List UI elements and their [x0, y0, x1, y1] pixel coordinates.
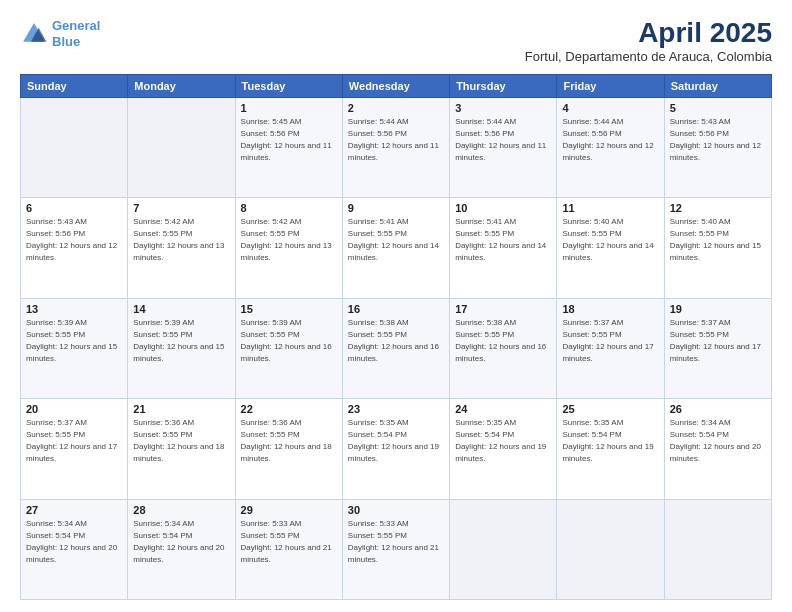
day-number: 29	[241, 504, 337, 516]
header-friday: Friday	[557, 74, 664, 97]
logo-icon	[20, 20, 48, 48]
day-number: 2	[348, 102, 444, 114]
table-row: 20Sunrise: 5:37 AMSunset: 5:55 PMDayligh…	[21, 399, 128, 499]
header-thursday: Thursday	[450, 74, 557, 97]
day-number: 5	[670, 102, 766, 114]
table-row	[450, 499, 557, 599]
day-number: 18	[562, 303, 658, 315]
calendar-body: 1Sunrise: 5:45 AMSunset: 5:56 PMDaylight…	[21, 97, 772, 599]
day-info: Sunrise: 5:39 AMSunset: 5:55 PMDaylight:…	[241, 317, 337, 365]
day-info: Sunrise: 5:34 AMSunset: 5:54 PMDaylight:…	[670, 417, 766, 465]
day-info: Sunrise: 5:34 AMSunset: 5:54 PMDaylight:…	[133, 518, 229, 566]
table-row: 2Sunrise: 5:44 AMSunset: 5:56 PMDaylight…	[342, 97, 449, 197]
day-info: Sunrise: 5:36 AMSunset: 5:55 PMDaylight:…	[133, 417, 229, 465]
day-info: Sunrise: 5:43 AMSunset: 5:56 PMDaylight:…	[26, 216, 122, 264]
day-number: 20	[26, 403, 122, 415]
table-row: 29Sunrise: 5:33 AMSunset: 5:55 PMDayligh…	[235, 499, 342, 599]
header-tuesday: Tuesday	[235, 74, 342, 97]
day-number: 30	[348, 504, 444, 516]
page: General Blue April 2025 Fortul, Departam…	[0, 0, 792, 612]
table-row: 14Sunrise: 5:39 AMSunset: 5:55 PMDayligh…	[128, 298, 235, 398]
day-number: 17	[455, 303, 551, 315]
day-info: Sunrise: 5:40 AMSunset: 5:55 PMDaylight:…	[562, 216, 658, 264]
table-row: 7Sunrise: 5:42 AMSunset: 5:55 PMDaylight…	[128, 198, 235, 298]
table-row: 9Sunrise: 5:41 AMSunset: 5:55 PMDaylight…	[342, 198, 449, 298]
day-number: 12	[670, 202, 766, 214]
day-info: Sunrise: 5:36 AMSunset: 5:55 PMDaylight:…	[241, 417, 337, 465]
title-block: April 2025 Fortul, Departamento de Arauc…	[525, 18, 772, 64]
table-row: 6Sunrise: 5:43 AMSunset: 5:56 PMDaylight…	[21, 198, 128, 298]
table-row	[21, 97, 128, 197]
table-row: 1Sunrise: 5:45 AMSunset: 5:56 PMDaylight…	[235, 97, 342, 197]
day-number: 4	[562, 102, 658, 114]
day-info: Sunrise: 5:41 AMSunset: 5:55 PMDaylight:…	[455, 216, 551, 264]
day-number: 8	[241, 202, 337, 214]
day-number: 9	[348, 202, 444, 214]
table-row: 13Sunrise: 5:39 AMSunset: 5:55 PMDayligh…	[21, 298, 128, 398]
logo: General Blue	[20, 18, 100, 49]
day-number: 25	[562, 403, 658, 415]
day-number: 19	[670, 303, 766, 315]
day-number: 15	[241, 303, 337, 315]
day-info: Sunrise: 5:35 AMSunset: 5:54 PMDaylight:…	[562, 417, 658, 465]
logo-text: General Blue	[52, 18, 100, 49]
table-row: 10Sunrise: 5:41 AMSunset: 5:55 PMDayligh…	[450, 198, 557, 298]
day-info: Sunrise: 5:44 AMSunset: 5:56 PMDaylight:…	[562, 116, 658, 164]
table-row: 5Sunrise: 5:43 AMSunset: 5:56 PMDaylight…	[664, 97, 771, 197]
day-info: Sunrise: 5:33 AMSunset: 5:55 PMDaylight:…	[348, 518, 444, 566]
month-title: April 2025	[525, 18, 772, 49]
day-number: 24	[455, 403, 551, 415]
table-row: 3Sunrise: 5:44 AMSunset: 5:56 PMDaylight…	[450, 97, 557, 197]
table-row: 27Sunrise: 5:34 AMSunset: 5:54 PMDayligh…	[21, 499, 128, 599]
logo-line2: Blue	[52, 34, 80, 49]
calendar-header: Sunday Monday Tuesday Wednesday Thursday…	[21, 74, 772, 97]
table-row: 25Sunrise: 5:35 AMSunset: 5:54 PMDayligh…	[557, 399, 664, 499]
day-number: 6	[26, 202, 122, 214]
day-info: Sunrise: 5:42 AMSunset: 5:55 PMDaylight:…	[133, 216, 229, 264]
header: General Blue April 2025 Fortul, Departam…	[20, 18, 772, 64]
day-info: Sunrise: 5:37 AMSunset: 5:55 PMDaylight:…	[670, 317, 766, 365]
day-info: Sunrise: 5:35 AMSunset: 5:54 PMDaylight:…	[348, 417, 444, 465]
table-row: 16Sunrise: 5:38 AMSunset: 5:55 PMDayligh…	[342, 298, 449, 398]
table-row: 23Sunrise: 5:35 AMSunset: 5:54 PMDayligh…	[342, 399, 449, 499]
table-row	[128, 97, 235, 197]
logo-line1: General	[52, 18, 100, 33]
day-info: Sunrise: 5:43 AMSunset: 5:56 PMDaylight:…	[670, 116, 766, 164]
day-number: 3	[455, 102, 551, 114]
header-sunday: Sunday	[21, 74, 128, 97]
subtitle: Fortul, Departamento de Arauca, Colombia	[525, 49, 772, 64]
header-saturday: Saturday	[664, 74, 771, 97]
table-row: 8Sunrise: 5:42 AMSunset: 5:55 PMDaylight…	[235, 198, 342, 298]
day-info: Sunrise: 5:39 AMSunset: 5:55 PMDaylight:…	[26, 317, 122, 365]
table-row: 24Sunrise: 5:35 AMSunset: 5:54 PMDayligh…	[450, 399, 557, 499]
day-number: 13	[26, 303, 122, 315]
calendar-table: Sunday Monday Tuesday Wednesday Thursday…	[20, 74, 772, 600]
header-wednesday: Wednesday	[342, 74, 449, 97]
day-info: Sunrise: 5:33 AMSunset: 5:55 PMDaylight:…	[241, 518, 337, 566]
day-number: 27	[26, 504, 122, 516]
header-monday: Monday	[128, 74, 235, 97]
day-number: 23	[348, 403, 444, 415]
table-row: 22Sunrise: 5:36 AMSunset: 5:55 PMDayligh…	[235, 399, 342, 499]
day-info: Sunrise: 5:39 AMSunset: 5:55 PMDaylight:…	[133, 317, 229, 365]
day-number: 10	[455, 202, 551, 214]
day-number: 14	[133, 303, 229, 315]
day-info: Sunrise: 5:38 AMSunset: 5:55 PMDaylight:…	[348, 317, 444, 365]
table-row: 11Sunrise: 5:40 AMSunset: 5:55 PMDayligh…	[557, 198, 664, 298]
day-info: Sunrise: 5:37 AMSunset: 5:55 PMDaylight:…	[26, 417, 122, 465]
table-row: 17Sunrise: 5:38 AMSunset: 5:55 PMDayligh…	[450, 298, 557, 398]
day-info: Sunrise: 5:37 AMSunset: 5:55 PMDaylight:…	[562, 317, 658, 365]
day-info: Sunrise: 5:35 AMSunset: 5:54 PMDaylight:…	[455, 417, 551, 465]
table-row: 12Sunrise: 5:40 AMSunset: 5:55 PMDayligh…	[664, 198, 771, 298]
table-row	[557, 499, 664, 599]
day-info: Sunrise: 5:34 AMSunset: 5:54 PMDaylight:…	[26, 518, 122, 566]
day-info: Sunrise: 5:42 AMSunset: 5:55 PMDaylight:…	[241, 216, 337, 264]
day-info: Sunrise: 5:45 AMSunset: 5:56 PMDaylight:…	[241, 116, 337, 164]
table-row: 18Sunrise: 5:37 AMSunset: 5:55 PMDayligh…	[557, 298, 664, 398]
day-info: Sunrise: 5:44 AMSunset: 5:56 PMDaylight:…	[455, 116, 551, 164]
day-info: Sunrise: 5:41 AMSunset: 5:55 PMDaylight:…	[348, 216, 444, 264]
table-row: 26Sunrise: 5:34 AMSunset: 5:54 PMDayligh…	[664, 399, 771, 499]
table-row: 19Sunrise: 5:37 AMSunset: 5:55 PMDayligh…	[664, 298, 771, 398]
table-row: 28Sunrise: 5:34 AMSunset: 5:54 PMDayligh…	[128, 499, 235, 599]
day-number: 21	[133, 403, 229, 415]
